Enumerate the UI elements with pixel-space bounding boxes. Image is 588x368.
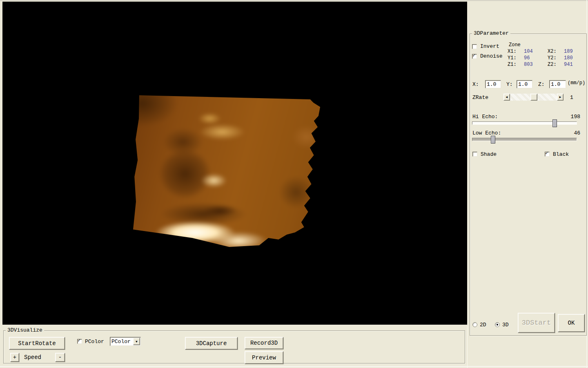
- record-3d-button-label: Record3D: [250, 340, 278, 346]
- hi-echo-slider-thumb[interactable]: [552, 119, 557, 127]
- capture-3d-button-label: 3DCapture: [196, 340, 227, 347]
- window-frame-top: [0, 0, 588, 1]
- zone-x2-value: 189: [564, 49, 573, 54]
- speed-minus-button-label: -: [58, 354, 62, 361]
- zone-x2-label: X2:: [548, 49, 557, 54]
- preview-button[interactable]: Preview: [245, 351, 283, 364]
- zrate-scroll-left-button[interactable]: ◄: [503, 94, 510, 101]
- invert-checkbox[interactable]: [472, 44, 477, 49]
- hi-echo-slider-track[interactable]: [472, 121, 577, 125]
- speed-minus-button[interactable]: -: [55, 353, 65, 362]
- zone-z1-value: 803: [524, 62, 533, 67]
- zone-z2-value: 941: [564, 62, 573, 67]
- start-rotate-button-label: StartRotate: [18, 340, 56, 347]
- visualize-groupbox: 3DVisualize StartRotate + Speed - ✓ PCol…: [3, 330, 465, 364]
- zrate-value: 1: [570, 94, 573, 101]
- scale-x-field[interactable]: [485, 80, 501, 88]
- hi-echo-value: 198: [560, 114, 580, 120]
- zone-y2-value: 180: [564, 55, 573, 61]
- visualize-groupbox-title: 3DVisualize: [6, 327, 44, 333]
- speed-plus-button-label: +: [13, 354, 16, 361]
- mode-3d-radio[interactable]: [495, 322, 500, 327]
- zrate-label: ZRate: [472, 94, 488, 101]
- pcolor-dropdown-value: PColor: [110, 339, 133, 345]
- mode-2d-radio[interactable]: [472, 322, 477, 327]
- black-label: Black: [553, 151, 569, 157]
- window-frame-bottom: [0, 366, 588, 367]
- ultrasound-volume-surface: [125, 87, 331, 254]
- scale-unit-label: (mm/p): [568, 80, 585, 86]
- zone-y1-label: Y1:: [508, 55, 517, 61]
- check-icon: ✓: [472, 53, 475, 58]
- panel-divider: [467, 325, 468, 368]
- zone-x1-label: X1:: [508, 49, 517, 54]
- scale-x-label: X:: [472, 81, 479, 88]
- ok-button-label: OK: [568, 320, 575, 326]
- ok-button[interactable]: OK: [558, 314, 585, 332]
- zrate-scrollbar[interactable]: ◄ ►: [503, 94, 564, 101]
- low-echo-value: 46: [560, 130, 580, 136]
- denoise-checkbox[interactable]: ✓: [472, 54, 477, 59]
- chevron-down-icon: ▼: [136, 340, 138, 343]
- pcolor-label: PColor: [85, 339, 104, 345]
- ultrasound-3d-render[interactable]: [133, 94, 324, 247]
- application-window: 3DParameter Invert ✓ Denoise Zone X1: 10…: [0, 0, 588, 368]
- parameter-groupbox-title: 3DParameter: [472, 30, 510, 36]
- zone-x1-value: 104: [524, 49, 533, 54]
- hi-echo-label: Hi Echo:: [472, 114, 498, 120]
- zone-z1-label: Z1:: [508, 62, 517, 67]
- zrate-scroll-right-button[interactable]: ►: [557, 94, 564, 101]
- scale-y-field[interactable]: [517, 80, 532, 88]
- speed-plus-button[interactable]: +: [10, 353, 19, 362]
- check-icon: ✓: [545, 151, 548, 156]
- start-3d-button[interactable]: 3DStart: [518, 313, 555, 333]
- low-echo-label: Low Echo:: [472, 130, 501, 136]
- scale-y-label: Y:: [506, 81, 513, 88]
- pcolor-dropdown[interactable]: PColor ▼: [110, 337, 141, 346]
- zrate-scrollbar-thumb[interactable]: [530, 94, 537, 101]
- start-rotate-button[interactable]: StartRotate: [9, 337, 65, 350]
- preview-button-label: Preview: [252, 355, 276, 361]
- denoise-label: Denoise: [480, 53, 503, 59]
- scroll-left-icon: ◄: [506, 95, 508, 99]
- low-echo-slider-thumb[interactable]: [491, 136, 495, 144]
- mode-2d-label: 2D: [480, 322, 486, 328]
- pcolor-checkbox[interactable]: ✓: [77, 339, 82, 344]
- mode-3d-label: 3D: [502, 322, 509, 328]
- check-icon: ✓: [78, 338, 80, 343]
- parameter-groupbox: 3DParameter Invert ✓ Denoise Zone X1: 10…: [470, 34, 587, 336]
- scroll-right-icon: ►: [559, 95, 561, 99]
- pcolor-dropdown-button[interactable]: ▼: [133, 338, 140, 345]
- zone-z2-label: Z2:: [548, 62, 557, 67]
- shade-checkbox[interactable]: [472, 152, 477, 157]
- scale-z-label: Z:: [538, 81, 545, 88]
- zone-y1-value: 96: [524, 55, 530, 61]
- invert-label: Invert: [480, 43, 499, 49]
- shade-label: Shade: [481, 151, 497, 157]
- low-echo-slider-track[interactable]: [472, 138, 577, 141]
- record-3d-button[interactable]: Record3D: [245, 337, 283, 349]
- radio-dot-icon: [497, 324, 498, 325]
- 3d-viewport[interactable]: [2, 2, 467, 325]
- capture-3d-button[interactable]: 3DCapture: [185, 337, 238, 350]
- speed-label: Speed: [24, 354, 41, 361]
- start-3d-button-label: 3DStart: [522, 319, 551, 327]
- scale-z-field[interactable]: [549, 80, 566, 88]
- zone-title: Zone: [509, 42, 521, 48]
- black-checkbox[interactable]: ✓: [545, 152, 550, 157]
- zone-y2-label: Y2:: [548, 55, 557, 61]
